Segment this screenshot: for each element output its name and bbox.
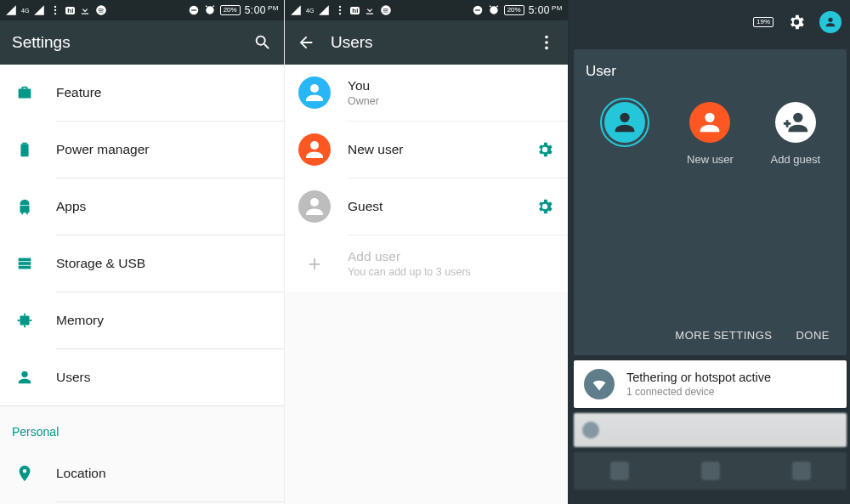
avatar [604, 102, 645, 143]
avatar [689, 102, 730, 143]
user-panel: User New user Add guest MORE SETTINGS DO… [574, 49, 847, 355]
overflow-icon[interactable] [537, 33, 556, 52]
user-item-you[interactable]: You Owner [285, 65, 568, 121]
clock: 5:00PM [245, 4, 279, 16]
more-settings-button[interactable]: MORE SETTINGS [675, 329, 772, 342]
settings-item-label: Users [56, 370, 90, 385]
spotify-icon [380, 4, 392, 16]
screen-users: 4G hi 20% 5:00PM Users Y [284, 0, 568, 504]
alarm-icon [488, 4, 500, 16]
clock: 5:00PM [529, 4, 563, 16]
settings-item-label: Memory [56, 313, 104, 328]
settings-item-label: Feature [56, 85, 101, 100]
user-item-guest[interactable]: Guest [285, 178, 568, 235]
screen-quick-user: 19% User New user Add guest [568, 0, 850, 504]
quick-user-label: Add guest [771, 153, 821, 166]
page-title: Users [331, 33, 522, 52]
dnd-icon [472, 4, 484, 16]
user-item-add-user[interactable]: + Add user You can add up to 3 users [285, 235, 568, 292]
signal-4g-label: 4G [306, 8, 314, 14]
page-title: Settings [12, 33, 238, 52]
hi-badge: hi [350, 7, 360, 14]
quick-user-current[interactable] [586, 102, 663, 166]
user-name: New user [348, 142, 518, 157]
signal-4g-label: 4G [21, 8, 29, 14]
nav-bar-blurred [574, 452, 847, 490]
quick-header: 19% [569, 0, 850, 44]
search-icon[interactable] [253, 33, 272, 52]
status-bar: 4G hi 20% 5:00PM [285, 0, 568, 20]
settings-item-label: Power manager [56, 142, 149, 157]
briefcase-icon [15, 83, 34, 102]
settings-item-label: Apps [56, 199, 86, 214]
notification-subtitle: 1 connected device [626, 386, 771, 398]
battery-percent: 19% [753, 17, 774, 27]
settings-item-power[interactable]: Power manager [0, 122, 284, 178]
appbar-settings: Settings [0, 20, 284, 65]
settings-item-label: Storage & USB [56, 256, 145, 271]
avatar [298, 190, 331, 223]
quick-user-new[interactable]: New user [672, 102, 748, 166]
screen-settings: 4G hi 20% 5:00PM Settings Feature [0, 0, 284, 504]
notification-tethering[interactable]: Tethering or hotspot active 1 connected … [574, 360, 847, 408]
settings-item-location[interactable]: Location [0, 445, 284, 501]
add-user-subtitle: You can add up to 3 users [348, 266, 554, 278]
notification-title: Tethering or hotspot active [626, 371, 771, 384]
more-icon [334, 4, 346, 16]
settings-item-users[interactable]: Users [0, 349, 284, 405]
back-icon[interactable] [297, 33, 315, 52]
quick-user-label: New user [687, 153, 734, 166]
more-icon [49, 4, 61, 16]
settings-list: Feature Power manager Apps Storage & USB… [0, 65, 284, 405]
battery-percent: 20% [504, 5, 524, 15]
signal-icon [5, 4, 17, 16]
spotify-icon [95, 4, 107, 16]
section-header-personal: Personal [0, 405, 284, 445]
chip-icon [15, 311, 34, 330]
download-icon [364, 4, 376, 16]
download-icon [79, 4, 91, 16]
settings-item-feature[interactable]: Feature [0, 65, 284, 121]
notification-blurred [574, 413, 847, 447]
signal-icon-2 [33, 4, 45, 16]
add-user-title: Add user [348, 249, 554, 264]
alarm-icon [204, 4, 216, 16]
settings-item-memory[interactable]: Memory [0, 292, 284, 348]
signal-icon-2 [318, 4, 330, 16]
account-avatar-icon[interactable] [819, 11, 842, 33]
quick-user-add-guest[interactable]: Add guest [757, 102, 834, 166]
avatar [298, 76, 331, 109]
battery-icon [15, 140, 34, 159]
gear-icon[interactable] [536, 140, 554, 159]
done-button[interactable]: DONE [796, 329, 830, 342]
avatar [298, 133, 331, 166]
plus-icon: + [298, 251, 331, 277]
android-icon [15, 197, 34, 216]
settings-item-storage[interactable]: Storage & USB [0, 235, 284, 292]
user-name: You [348, 78, 554, 93]
settings-item-label: Location [56, 466, 106, 481]
user-name: Guest [348, 199, 518, 214]
user-subtitle: Owner [348, 95, 554, 107]
gear-icon[interactable] [536, 197, 554, 216]
settings-item-apps[interactable]: Apps [0, 178, 284, 235]
wifi-icon [584, 369, 615, 399]
panel-title: User [582, 61, 838, 95]
user-list: You Owner New user Guest [285, 65, 568, 292]
gear-icon[interactable] [787, 13, 806, 31]
status-bar: 4G hi 20% 5:00PM [0, 0, 284, 20]
person-icon [15, 368, 34, 387]
storage-icon [15, 254, 34, 273]
signal-icon [290, 4, 302, 16]
user-item-new-user[interactable]: New user [285, 122, 568, 178]
battery-percent: 20% [220, 5, 241, 15]
dnd-icon [188, 4, 200, 16]
appbar-users: Users [285, 20, 568, 65]
hi-badge: hi [65, 7, 75, 14]
avatar [775, 102, 816, 143]
pin-icon [15, 464, 34, 483]
